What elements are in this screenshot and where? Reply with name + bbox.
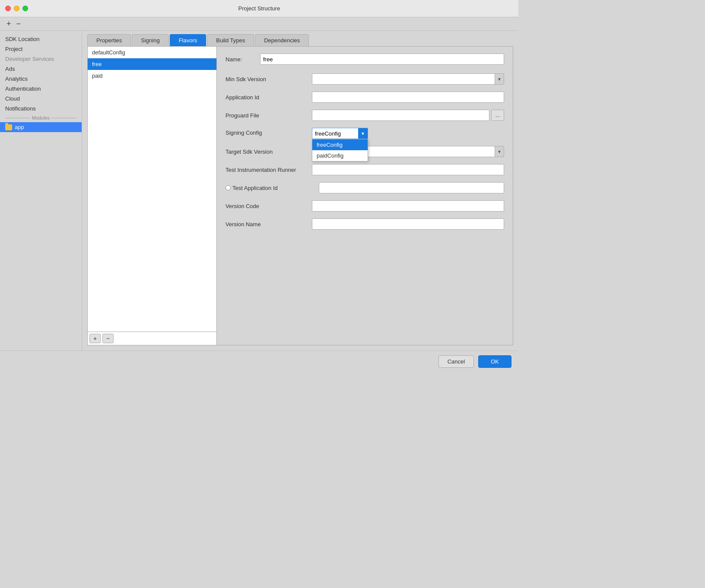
target-sdk-label: Target Sdk Version <box>225 149 312 155</box>
right-panel: Properties Signing Flavors Build Types D… <box>82 31 518 351</box>
sidebar-item-app[interactable]: app <box>0 122 82 132</box>
folder-icon <box>5 124 12 130</box>
content-area: defaultConfig free paid + − <box>82 46 518 351</box>
main-content: SDK Location Project Developer Services … <box>0 31 518 351</box>
traffic-lights <box>5 6 28 11</box>
tab-build-types[interactable]: Build Types <box>207 34 254 46</box>
application-id-row: Application Id <box>225 92 504 103</box>
tab-dependencies[interactable]: Dependencies <box>255 34 309 46</box>
version-name-label: Version Name <box>225 221 312 228</box>
sidebar-item-authentication[interactable]: Authentication <box>0 84 82 94</box>
flavor-list-footer: + − <box>88 332 216 345</box>
maximize-button[interactable] <box>22 6 28 11</box>
ok-button[interactable]: OK <box>478 355 511 368</box>
close-button[interactable] <box>5 6 11 11</box>
remove-button[interactable]: − <box>15 20 22 28</box>
sidebar-item-notifications[interactable]: Notifications <box>0 104 82 114</box>
minimize-button[interactable] <box>14 6 19 11</box>
version-code-label: Version Code <box>225 203 312 209</box>
flavor-item-free[interactable]: free <box>88 58 216 70</box>
sidebar-item-developer-services: Developer Services <box>0 54 82 64</box>
tab-signing[interactable]: Signing <box>132 34 168 46</box>
signing-dropdown-display[interactable]: freeConfig ▼ <box>312 128 368 139</box>
version-name-input[interactable] <box>312 218 504 230</box>
test-instr-label: Test Instrumentation Runner <box>225 167 312 173</box>
sidebar-item-sdk-location[interactable]: SDK Location <box>0 34 82 44</box>
signing-config-row: Signing Config freeConfig ▼ freeConfig <box>225 128 504 139</box>
proguard-label: Proguard File <box>225 112 312 119</box>
signing-config-control: freeConfig ▼ freeConfig paidConfig <box>312 128 504 139</box>
sidebar-item-analytics[interactable]: Analytics <box>0 74 82 84</box>
test-app-id-radio[interactable] <box>225 185 231 190</box>
tab-flavors[interactable]: Flavors <box>170 34 206 46</box>
signing-dropdown-text: freeConfig <box>312 130 358 138</box>
signing-dropdown-button[interactable]: ▼ <box>358 128 368 139</box>
flavor-add-button[interactable]: + <box>89 334 101 343</box>
version-code-row: Version Code <box>225 200 504 212</box>
signing-option-paidconfig[interactable]: paidConfig <box>312 150 368 161</box>
min-sdk-label: Min Sdk Version <box>225 76 312 82</box>
name-label: Name: <box>225 56 260 63</box>
sidebar-item-ads[interactable]: Ads <box>0 64 82 74</box>
proguard-row: Proguard File ... <box>225 110 504 121</box>
application-id-input[interactable] <box>312 92 504 103</box>
flavor-remove-button[interactable]: − <box>102 334 114 343</box>
test-instr-row: Test Instrumentation Runner <box>225 164 504 175</box>
name-row: Name: <box>225 54 504 65</box>
bottom-bar: Cancel OK <box>0 351 518 372</box>
window-title: Project Structure <box>238 5 280 12</box>
application-id-label: Application Id <box>225 94 312 101</box>
name-input[interactable] <box>260 54 504 65</box>
tab-properties[interactable]: Properties <box>87 34 131 46</box>
flavor-item-defaultconfig[interactable]: defaultConfig <box>88 47 216 58</box>
title-bar: Project Structure <box>0 0 518 17</box>
flavor-list: defaultConfig free paid <box>88 47 216 332</box>
sidebar-item-cloud[interactable]: Cloud <box>0 94 82 104</box>
test-app-id-label: Test Application Id <box>232 185 319 191</box>
signing-option-freeconfig[interactable]: freeConfig <box>312 139 368 150</box>
flavor-item-paid[interactable]: paid <box>88 70 216 82</box>
test-instr-input[interactable] <box>312 164 504 175</box>
flavor-list-panel: defaultConfig free paid + − <box>87 46 217 345</box>
min-sdk-row: Min Sdk Version ▼ <box>225 73 504 85</box>
signing-config-dropdown-popup: freeConfig paidConfig <box>312 139 368 161</box>
sidebar: SDK Location Project Developer Services … <box>0 31 82 351</box>
min-sdk-dropdown-wrapper: ▼ <box>312 73 504 85</box>
form-panel: Name: Min Sdk Version ▼ Application Id <box>217 46 513 345</box>
version-code-input[interactable] <box>312 200 504 212</box>
tabs-bar: Properties Signing Flavors Build Types D… <box>82 31 518 46</box>
proguard-input[interactable] <box>312 110 489 121</box>
test-app-id-input[interactable] <box>319 182 504 193</box>
version-name-row: Version Name <box>225 218 504 230</box>
test-app-id-row: Test Application Id <box>225 182 504 193</box>
signing-config-label: Signing Config <box>225 128 312 136</box>
sidebar-item-project[interactable]: Project <box>0 44 82 54</box>
min-sdk-input[interactable] <box>312 73 504 85</box>
browse-button[interactable]: ... <box>491 110 504 121</box>
cancel-button[interactable]: Cancel <box>438 355 474 368</box>
add-button[interactable]: + <box>5 20 13 28</box>
toolbar: + − <box>0 17 518 31</box>
modules-section-label: Modules <box>0 114 82 122</box>
